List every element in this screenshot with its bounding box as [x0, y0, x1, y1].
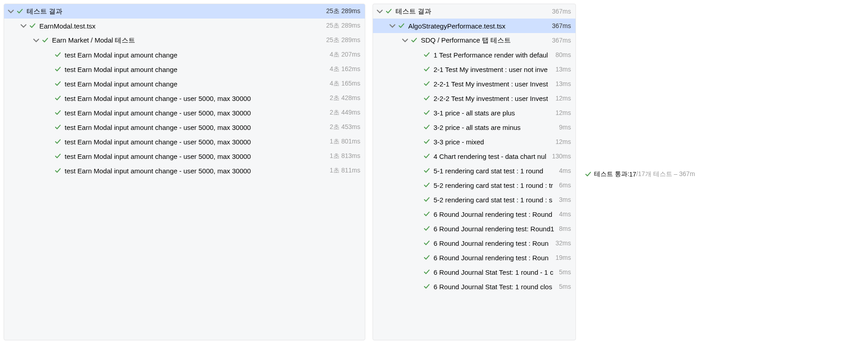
test-label: test Earn Modal input amount change - us… [65, 167, 328, 175]
test-row[interactable]: test Earn Modal input amount change - us… [4, 134, 365, 149]
check-icon [423, 80, 431, 88]
test-row[interactable]: 3-2 price - all stats are minus9ms [373, 120, 576, 134]
test-label: test Earn Modal input amount change [65, 66, 328, 73]
tree-suite-time: 367ms [552, 37, 571, 44]
tree-root[interactable]: 테스트 결과 25초 289ms [4, 4, 365, 19]
test-time: 5ms [559, 268, 571, 276]
test-row[interactable]: 6 Round Journal Stat Test: 1 round - 1 c… [373, 265, 576, 279]
chevron-down-icon[interactable] [7, 7, 15, 15]
tree-root-time: 367ms [552, 8, 571, 15]
check-icon [54, 94, 62, 102]
test-time: 80ms [556, 51, 571, 58]
test-row[interactable]: test Earn Modal input amount change - us… [4, 163, 365, 178]
test-time: 6ms [559, 182, 571, 189]
tree-file-label: EarnModal.test.tsx [39, 22, 325, 30]
chevron-down-icon[interactable] [19, 22, 28, 30]
test-time: 13ms [556, 80, 571, 87]
test-label: 1 Test Performance render with defaul [434, 51, 554, 59]
test-row[interactable]: test Earn Modal input amount change - us… [4, 105, 365, 120]
tree-root-label: 테스트 결과 [396, 7, 550, 16]
check-icon [54, 65, 62, 73]
chevron-down-icon[interactable] [376, 7, 384, 15]
test-label: 6 Round Journal Stat Test: 1 round - 1 c [434, 268, 557, 276]
tree-suite-label: Earn Market / Modal 테스트 [52, 36, 325, 45]
tree-suite[interactable]: Earn Market / Modal 테스트 25초 289ms [4, 33, 365, 48]
check-icon [423, 268, 431, 276]
tree-file[interactable]: EarnModal.test.tsx 25초 289ms [4, 19, 365, 33]
test-time: 2초 428ms [330, 94, 360, 102]
test-label: test Earn Modal input amount change - us… [65, 109, 328, 117]
test-time: 12ms [556, 138, 571, 145]
test-time: 4ms [559, 167, 571, 174]
test-row[interactable]: 5-1 rendering card stat test : 1 round4m… [373, 163, 576, 178]
test-row[interactable]: test Earn Modal input amount change4초 20… [4, 48, 365, 62]
test-row[interactable]: 2-1 Test My investment : user not inve13… [373, 62, 576, 76]
test-time: 4초 162ms [330, 65, 360, 73]
test-summary: 테스트 통과: 17 /17개 테스트 – 367m [580, 5, 700, 344]
chevron-down-icon[interactable] [32, 36, 40, 44]
test-row[interactable]: 4 Chart rendering test - data chart nul1… [373, 149, 576, 163]
test-row[interactable]: 1 Test Performance render with defaul80m… [373, 48, 576, 62]
check-icon [16, 7, 24, 15]
test-time: 12ms [556, 95, 571, 102]
test-label: test Earn Modal input amount change - us… [65, 138, 328, 146]
tree-suite-time: 25초 289ms [326, 36, 360, 44]
test-row[interactable]: test Earn Modal input amount change4초 16… [4, 76, 365, 91]
check-icon [423, 181, 431, 189]
test-time: 4초 207ms [330, 51, 360, 59]
test-row[interactable]: 2-2-1 Test My investment : user Invest13… [373, 76, 576, 91]
check-icon [54, 152, 62, 160]
check-icon [423, 167, 431, 175]
test-row[interactable]: 6 Round Journal rendering test : Roun32m… [373, 236, 576, 250]
test-label: 2-2-1 Test My investment : user Invest [434, 80, 554, 88]
test-tree-panel-right: 테스트 결과 367ms AlgoStrategyPerformace.test… [373, 4, 576, 340]
check-icon [585, 171, 591, 177]
test-time: 9ms [559, 124, 571, 131]
tree-file[interactable]: AlgoStrategyPerformace.test.tsx 367ms [373, 19, 576, 33]
test-time: 13ms [556, 66, 571, 73]
chevron-down-icon[interactable] [401, 36, 409, 44]
check-icon [54, 123, 62, 131]
test-label: test Earn Modal input amount change [65, 51, 328, 59]
test-label: 2-1 Test My investment : user not inve [434, 66, 554, 73]
check-icon [54, 80, 62, 88]
test-row[interactable]: 6 Round Journal Stat Test: 1 round clos5… [373, 279, 576, 294]
test-label: 5-2 rendering card stat test : 1 round :… [434, 196, 557, 204]
chevron-down-icon[interactable] [388, 22, 396, 30]
check-icon [423, 196, 431, 204]
check-icon [397, 22, 406, 30]
test-row[interactable]: 6 Round Journal rendering test: Round18m… [373, 221, 576, 236]
test-time: 4ms [559, 210, 571, 218]
test-row[interactable]: test Earn Modal input amount change - us… [4, 149, 365, 163]
test-label: test Earn Modal input amount change - us… [65, 95, 328, 102]
test-label: 6 Round Journal rendering test: Round1 [434, 225, 557, 233]
test-row[interactable]: test Earn Modal input amount change4초 16… [4, 62, 365, 76]
summary-prefix: 테스트 통과: [594, 170, 629, 178]
check-icon [423, 282, 431, 291]
test-label: 3-3 price - mixed [434, 138, 554, 146]
test-time: 12ms [556, 109, 571, 116]
test-row[interactable]: test Earn Modal input amount change - us… [4, 120, 365, 134]
test-time: 1초 801ms [330, 138, 360, 146]
test-row[interactable]: test Earn Modal input amount change - us… [4, 91, 365, 105]
test-row[interactable]: 3-3 price - mixed12ms [373, 134, 576, 149]
test-label: test Earn Modal input amount change - us… [65, 124, 328, 131]
test-label: 2-2-2 Test My investment : user Invest [434, 95, 554, 102]
test-time: 2초 449ms [330, 109, 360, 117]
test-row[interactable]: 6 Round Journal rendering test : Round4m… [373, 207, 576, 221]
tree-root[interactable]: 테스트 결과 367ms [373, 4, 576, 19]
check-icon [54, 109, 62, 117]
test-label: 6 Round Journal rendering test : Round [434, 210, 557, 218]
test-row[interactable]: 2-2-2 Test My investment : user Invest12… [373, 91, 576, 105]
test-row[interactable]: 5-2 rendering card stat test : 1 round :… [373, 178, 576, 192]
test-label: test Earn Modal input amount change [65, 80, 328, 88]
test-label: test Earn Modal input amount change - us… [65, 153, 328, 160]
test-row[interactable]: 3-1 price - all stats are plus12ms [373, 105, 576, 120]
test-row[interactable]: 5-2 rendering card stat test : 1 round :… [373, 192, 576, 207]
tree-suite-label: SDQ / Performance 탭 테스트 [421, 36, 550, 45]
test-time: 130ms [552, 153, 571, 160]
check-icon [423, 51, 431, 59]
test-time: 19ms [556, 254, 571, 261]
tree-suite[interactable]: SDQ / Performance 탭 테스트 367ms [373, 33, 576, 48]
test-row[interactable]: 6 Round Journal rendering test : Roun19m… [373, 250, 576, 265]
